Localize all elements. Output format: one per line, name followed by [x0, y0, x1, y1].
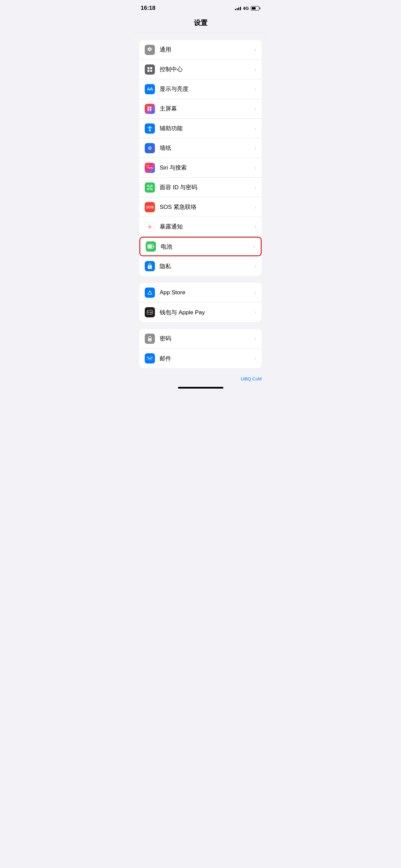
signal-bar-4: [240, 7, 241, 10]
appstore-icon: [145, 288, 155, 298]
display-chevron: ›: [255, 86, 256, 92]
home-indicator: [134, 384, 267, 390]
exposure-label: 暴露通知: [160, 223, 252, 231]
svg-rect-40: [147, 356, 153, 360]
status-right: 4G: [235, 6, 260, 11]
settings-item-battery[interactable]: 电池 ›: [139, 237, 262, 256]
signal-bar-2: [237, 8, 238, 10]
settings-item-siri[interactable]: Siri 与搜索 ›: [139, 158, 262, 178]
privacy-chevron: ›: [255, 263, 256, 269]
password-label: 密码: [160, 335, 252, 342]
settings-item-password[interactable]: 密码 ›: [139, 329, 262, 349]
home-screen-icon: [145, 104, 155, 114]
appstore-label: App Store: [160, 289, 252, 296]
mail-icon: [145, 353, 155, 363]
svg-point-20: [150, 186, 151, 187]
settings-item-mail[interactable]: 邮件 ›: [139, 349, 262, 368]
settings-item-wallpaper[interactable]: 墙纸 ›: [139, 138, 262, 158]
svg-rect-32: [147, 311, 153, 312]
svg-rect-18: [151, 189, 152, 190]
password-chevron: ›: [255, 336, 256, 342]
mail-chevron: ›: [255, 355, 256, 361]
faceid-chevron: ›: [255, 184, 256, 191]
display-label: 显示与亮度: [160, 85, 252, 93]
wallet-icon: [145, 307, 155, 317]
network-type: 4G: [243, 6, 249, 11]
svg-point-5: [150, 70, 152, 72]
svg-rect-15: [147, 185, 149, 186]
settings-item-privacy[interactable]: 隐私 ›: [139, 256, 262, 276]
settings-item-appstore[interactable]: App Store ›: [139, 283, 262, 302]
svg-rect-8: [147, 108, 149, 110]
settings-group-password: 密码 › 邮件 ›: [139, 329, 262, 368]
svg-point-36: [151, 312, 152, 313]
svg-rect-10: [147, 110, 149, 111]
home-bar: [178, 387, 223, 389]
control-center-chevron: ›: [255, 66, 256, 73]
svg-rect-2: [147, 67, 149, 69]
wallpaper-chevron: ›: [255, 145, 256, 151]
general-label: 通用: [160, 46, 252, 54]
control-center-label: 控制中心: [160, 65, 252, 73]
settings-item-accessibility[interactable]: 辅助功能 ›: [139, 119, 262, 138]
settings-group-general: 通用 › 控制中心 › AA 显示与亮度 ›: [139, 40, 262, 276]
control-center-icon: [145, 64, 155, 75]
signal-bars: [235, 6, 241, 10]
accessibility-chevron: ›: [255, 125, 256, 132]
battery-label: 电池: [161, 243, 251, 251]
battery-icon-item: [146, 241, 156, 252]
svg-rect-25: [148, 245, 152, 248]
status-bar: 16:18 4G: [134, 0, 267, 14]
wallpaper-label: 墙纸: [160, 144, 252, 152]
settings-item-sos[interactable]: SOS SOS 紧急联络 ›: [139, 197, 262, 217]
signal-bar-3: [238, 7, 239, 10]
svg-rect-6: [147, 106, 149, 108]
wallet-chevron: ›: [255, 309, 256, 315]
page-title: 设置: [134, 14, 267, 33]
privacy-label: 隐私: [160, 262, 252, 270]
home-screen-chevron: ›: [255, 106, 256, 112]
svg-point-12: [149, 126, 151, 127]
faceid-label: 面容 ID 与密码: [160, 183, 252, 191]
siri-chevron: ›: [255, 165, 256, 171]
settings-item-control-center[interactable]: 控制中心 ›: [139, 60, 262, 79]
signal-bar-1: [235, 9, 236, 10]
sos-icon: SOS: [145, 202, 155, 212]
watermark: UiBQ.CoM: [134, 375, 267, 384]
settings-item-display[interactable]: AA 显示与亮度 ›: [139, 79, 262, 99]
settings-item-exposure[interactable]: 暴露通知 ›: [139, 217, 262, 237]
settings-item-home-screen[interactable]: 主屏幕 ›: [139, 99, 262, 119]
svg-rect-17: [147, 189, 149, 190]
privacy-icon: [145, 261, 155, 271]
display-icon: AA: [145, 84, 155, 94]
svg-rect-33: [148, 312, 149, 313]
settings-item-general[interactable]: 通用 ›: [139, 40, 262, 60]
exposure-icon: [145, 222, 155, 232]
appstore-chevron: ›: [255, 290, 256, 296]
svg-rect-26: [153, 245, 154, 248]
accessibility-icon: [145, 123, 155, 134]
battery-indicator: [251, 6, 260, 11]
svg-rect-3: [150, 67, 152, 69]
accessibility-label: 辅助功能: [160, 124, 252, 132]
siri-icon: [145, 163, 155, 173]
siri-label: Siri 与搜索: [160, 164, 252, 172]
battery-chevron: ›: [254, 243, 255, 250]
svg-rect-39: [149, 340, 150, 341]
wallpaper-icon: [145, 143, 155, 153]
faceid-icon: [145, 182, 155, 193]
svg-point-1: [149, 48, 151, 50]
svg-rect-11: [150, 110, 152, 111]
sos-label: SOS 紧急联络: [160, 203, 252, 211]
password-icon: [145, 334, 155, 344]
settings-item-wallet[interactable]: 钱包与 Apple Pay ›: [139, 302, 262, 322]
wallet-label: 钱包与 Apple Pay: [160, 309, 252, 316]
settings-item-faceid[interactable]: 面容 ID 与密码 ›: [139, 178, 262, 197]
svg-line-29: [150, 292, 152, 293]
settings-group-store: App Store › 钱包与 Apple Pay ›: [139, 283, 262, 322]
home-screen-label: 主屏幕: [160, 105, 252, 113]
general-icon: [145, 45, 155, 55]
svg-rect-27: [149, 267, 151, 268]
svg-line-28: [148, 292, 150, 293]
sos-chevron: ›: [255, 204, 256, 210]
